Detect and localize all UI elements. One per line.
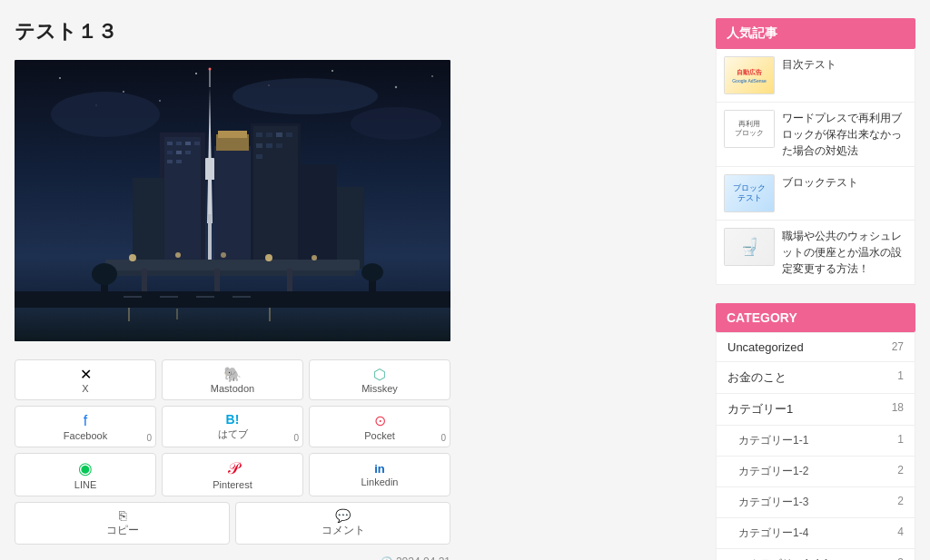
category-1-1[interactable]: カテゴリー1-1 1 [717, 426, 915, 457]
share-pinterest-button[interactable]: 𝒫 Pinterest [162, 453, 303, 496]
misskey-label: Misskey [361, 383, 398, 394]
category-count-1-4: 4 [897, 526, 904, 541]
facebook-label: Facebook [64, 430, 107, 441]
svg-point-5 [331, 70, 333, 72]
popular-item-2[interactable]: 再利用ブロック ワードプレスで再利用ブロックが保存出来なかった場合の対処法 [717, 103, 915, 167]
comment-button[interactable]: 💬 コメント [235, 502, 450, 545]
svg-rect-35 [286, 133, 292, 137]
svg-rect-67 [160, 296, 178, 298]
popular-item-4[interactable]: 🚽 職場や公共のウォシュレットの便座とか温水の設定変更する方法！ [717, 221, 915, 284]
mastodon-label: Mastodon [211, 383, 254, 394]
comment-label: コメント [322, 523, 365, 538]
pocket-icon: ⊙ [374, 412, 386, 429]
svg-point-12 [351, 107, 441, 140]
svg-rect-66 [124, 296, 142, 298]
svg-point-18 [209, 68, 212, 71]
linkedin-icon: in [374, 462, 385, 476]
share-buttons-row1: ✕ X 🐘 Mastodon ⬡ Misskey [15, 359, 450, 400]
category-1-3[interactable]: カテゴリー1-3 2 [717, 487, 915, 518]
svg-rect-65 [15, 291, 450, 308]
svg-rect-22 [176, 142, 182, 145]
svg-rect-62 [128, 308, 130, 321]
share-facebook-button[interactable]: f Facebook 0 [15, 406, 156, 447]
svg-rect-32 [256, 133, 262, 137]
thumb-block-icon: ブロックテスト [724, 174, 775, 212]
x-label: X [82, 383, 88, 394]
category-1-4[interactable]: カテゴリー1-4 4 [717, 518, 915, 549]
popular-item-title-1: 目次テスト [782, 56, 907, 73]
category-name-uncategorized: Uncategorized [727, 340, 804, 354]
svg-rect-63 [176, 309, 178, 319]
category-list: Uncategorized 27 お金のこと 1 カテゴリー1 18 カテゴリー… [716, 332, 915, 560]
category-count-1-4-1: 3 [897, 556, 904, 560]
share-hatena-button[interactable]: B! はてブ 0 [162, 406, 303, 447]
svg-rect-16 [205, 158, 214, 171]
popular-thumb-1: 自動広告 Google AdSense [724, 56, 775, 94]
share-linkedin-button[interactable]: in Linkedin [309, 453, 450, 496]
svg-point-52 [175, 252, 181, 258]
svg-rect-60 [15, 305, 450, 341]
svg-point-53 [221, 252, 226, 258]
svg-point-11 [232, 78, 378, 114]
category-count-1-3: 2 [897, 495, 904, 510]
category-count-okane: 1 [897, 369, 904, 386]
svg-rect-38 [276, 143, 282, 148]
share-line-button[interactable]: ◉ LINE [15, 453, 156, 496]
pinterest-label: Pinterest [213, 479, 252, 490]
svg-point-55 [312, 255, 317, 260]
svg-point-3 [195, 73, 197, 74]
popular-thumb-2: 再利用ブロック [724, 110, 775, 148]
share-misskey-button[interactable]: ⬡ Misskey [309, 359, 450, 400]
copy-button[interactable]: ⎘ コピー [15, 502, 230, 545]
svg-rect-21 [167, 142, 173, 145]
svg-rect-34 [276, 133, 282, 137]
popular-item-title-2: ワードプレスで再利用ブロックが保存出来なかった場合の対処法 [782, 110, 907, 159]
category-uncategorized[interactable]: Uncategorized 27 [717, 333, 915, 362]
popular-heading: 人気記事 [716, 18, 915, 49]
popular-list: 自動広告 Google AdSense 目次テスト 再利用ブロック ワードプレス… [716, 49, 915, 285]
share-buttons-row2: f Facebook 0 B! はてブ 0 ⊙ Pocket 0 [15, 406, 450, 447]
share-x-button[interactable]: ✕ X [15, 359, 156, 400]
category-1[interactable]: カテゴリー1 18 [717, 394, 915, 426]
page-wrapper: テスト１３ [0, 0, 930, 560]
popular-item-1[interactable]: 自動広告 Google AdSense 目次テスト [717, 49, 915, 103]
pinterest-icon: 𝒫 [227, 459, 239, 479]
svg-point-51 [129, 254, 136, 261]
svg-rect-43 [133, 178, 164, 269]
svg-rect-37 [266, 143, 272, 148]
share-mastodon-button[interactable]: 🐘 Mastodon [162, 359, 303, 400]
svg-rect-45 [337, 187, 364, 269]
svg-point-59 [361, 263, 383, 281]
popular-thumb-4: 🚽 [724, 228, 775, 266]
popular-item-title-4: 職場や公共のウォシュレットの便座とか温水の設定変更する方法！ [782, 228, 907, 277]
hatena-count: 0 [293, 433, 299, 443]
comment-icon: 💬 [335, 508, 351, 523]
category-heading: CATEGORY [716, 303, 915, 332]
post-image [15, 60, 450, 341]
category-section: CATEGORY Uncategorized 27 お金のこと 1 カテゴリー1… [716, 303, 915, 560]
copy-icon: ⎘ [119, 508, 126, 523]
category-name-1-3: カテゴリー1-3 [738, 495, 808, 510]
category-okane[interactable]: お金のこと 1 [717, 362, 915, 394]
svg-rect-42 [218, 131, 247, 138]
svg-point-2 [123, 91, 124, 93]
hatena-icon: B! [226, 412, 240, 427]
svg-rect-39 [256, 154, 262, 159]
category-name-1-2: カテゴリー1-2 [738, 464, 808, 479]
category-count-1-1: 1 [897, 433, 904, 448]
svg-point-10 [51, 92, 160, 137]
popular-item-3[interactable]: ブロックテスト ブロックテスト [717, 167, 915, 221]
svg-point-7 [431, 75, 433, 77]
svg-rect-69 [232, 296, 251, 298]
svg-rect-36 [256, 143, 262, 148]
share-pocket-button[interactable]: ⊙ Pocket 0 [309, 406, 450, 447]
main-content: テスト１３ [15, 18, 694, 560]
category-count-uncategorized: 27 [892, 340, 904, 354]
post-date: 🕐 2024.04.21 [15, 555, 450, 560]
category-1-4-1[interactable]: カテゴリー1-4-1 3 [717, 549, 915, 560]
x-icon: ✕ [80, 366, 92, 383]
svg-point-9 [159, 100, 161, 102]
category-1-2[interactable]: カテゴリー1-2 2 [717, 457, 915, 487]
svg-rect-26 [176, 151, 182, 154]
post-title: テスト１３ [15, 18, 694, 45]
